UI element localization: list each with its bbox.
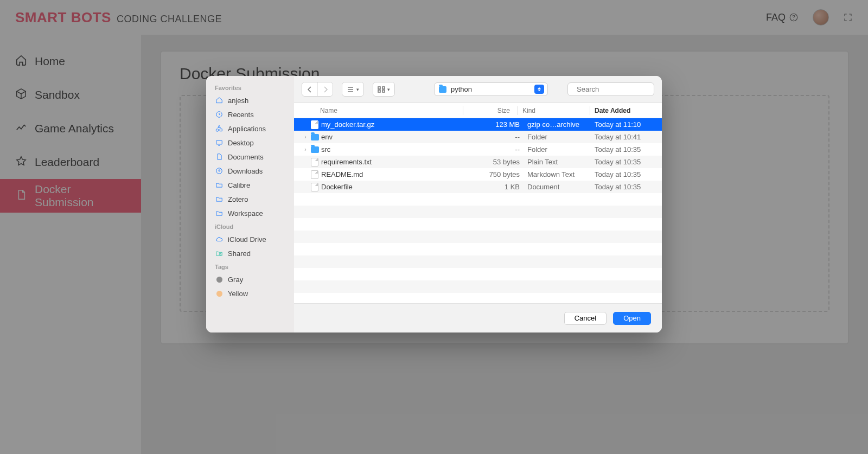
cloud-icon — [215, 235, 224, 244]
file-row-empty — [294, 255, 662, 268]
disclosure-icon: › — [302, 146, 309, 152]
dialog-main: ▾ ▾ python Name — [294, 76, 662, 332]
file-row[interactable]: ›src--FolderToday at 10:35 — [294, 143, 662, 156]
sidebar-item-anjesh[interactable]: anjesh — [206, 93, 294, 107]
sidebar-item-calibre[interactable]: Calibre — [206, 178, 294, 192]
file-name: my_docker.tar.gz — [320, 120, 477, 129]
sidebar-item-label: Gray — [228, 276, 243, 284]
sidebar-section-label: iCloud — [206, 220, 294, 232]
updown-icon — [534, 85, 544, 94]
sidebar-item-icloud-drive[interactable]: iCloud Drive — [206, 232, 294, 246]
svg-rect-6 — [378, 87, 380, 89]
open-button[interactable]: Open — [613, 312, 651, 325]
download-icon — [215, 167, 224, 175]
sidebar-item-desktop[interactable]: Desktop — [206, 136, 294, 150]
col-kind[interactable]: Kind — [522, 107, 590, 114]
sidebar-item-zotero[interactable]: Zotero — [206, 192, 294, 206]
file-kind: Folder — [527, 133, 595, 141]
doc-icon — [215, 152, 224, 161]
file-kind: Folder — [527, 145, 595, 154]
forward-button[interactable] — [317, 82, 333, 96]
view-mode-select[interactable]: ▾ — [342, 82, 364, 97]
file-row[interactable]: README.md750 bytesMarkdown TextToday at … — [294, 168, 662, 181]
col-size[interactable]: Size — [468, 107, 518, 114]
file-row-empty — [294, 280, 662, 293]
search-box[interactable] — [567, 82, 654, 96]
file-size: 123 MB — [477, 120, 527, 129]
sidebar-section-label: Favorites — [206, 81, 294, 93]
file-row-empty — [294, 268, 662, 280]
sidebar-item-downloads[interactable]: Downloads — [206, 164, 294, 178]
column-headers[interactable]: Name Size Kind Date Added — [294, 103, 662, 118]
file-kind: Document — [527, 183, 595, 191]
file-name: Dockerfile — [320, 183, 477, 191]
file-date: Today at 11:10 — [595, 120, 662, 129]
file-row-empty — [294, 193, 662, 206]
document-icon — [311, 183, 318, 191]
file-row-empty — [294, 231, 662, 243]
file-row[interactable]: Dockerfile1 KBDocumentToday at 10:35 — [294, 181, 662, 193]
sidebar-item-gray[interactable]: Gray — [206, 272, 294, 286]
group-select[interactable]: ▾ — [373, 82, 395, 97]
file-row[interactable]: my_docker.tar.gz123 MBgzip co…archiveTod… — [294, 118, 662, 131]
file-list[interactable]: my_docker.tar.gz123 MBgzip co…archiveTod… — [294, 118, 662, 303]
sidebar-item-label: Shared — [228, 250, 251, 258]
sidebar-item-label: anjesh — [228, 97, 248, 105]
col-name[interactable]: Name — [320, 107, 463, 114]
sidebar-item-label: Applications — [228, 125, 266, 133]
sidebar-item-label: iCloud Drive — [228, 235, 266, 244]
svg-rect-9 — [382, 90, 385, 92]
file-date: Today at 10:35 — [595, 145, 662, 154]
sidebar-item-workspace[interactable]: Workspace — [206, 206, 294, 220]
tag-dot-icon — [215, 275, 224, 284]
file-open-dialog: FavoritesanjeshRecentsApplicationsDeskto… — [206, 76, 662, 332]
search-input[interactable] — [576, 85, 662, 94]
file-row[interactable]: requirements.txt53 bytesPlain TextToday … — [294, 156, 662, 168]
file-date: Today at 10:35 — [595, 170, 662, 178]
sidebar-item-label: Calibre — [228, 181, 250, 189]
chevron-down-icon: ▾ — [356, 87, 359, 92]
sidebar-item-shared[interactable]: Shared — [206, 246, 294, 260]
file-row-empty — [294, 218, 662, 231]
file-size: -- — [477, 145, 527, 154]
sidebar-item-label: Desktop — [228, 139, 254, 147]
svg-rect-3 — [216, 140, 222, 144]
file-row[interactable]: ›env--FolderToday at 10:41 — [294, 131, 662, 143]
file-date: Today at 10:35 — [595, 158, 662, 166]
svg-rect-7 — [382, 87, 385, 89]
file-row-empty — [294, 243, 662, 255]
home-icon — [215, 96, 224, 105]
list-view-icon — [347, 86, 354, 93]
back-button[interactable] — [302, 82, 317, 96]
folder-icon — [215, 195, 224, 203]
path-selector[interactable]: python — [434, 82, 548, 96]
file-kind: Plain Text — [527, 158, 595, 166]
sidebar-item-applications[interactable]: Applications — [206, 122, 294, 136]
sidebar-item-yellow[interactable]: Yellow — [206, 286, 294, 300]
col-date[interactable]: Date Added — [595, 107, 662, 114]
file-name: env — [320, 133, 477, 141]
file-size: -- — [477, 133, 527, 141]
sidebar-item-label: Workspace — [228, 209, 263, 218]
sidebar-item-label: Zotero — [228, 195, 248, 203]
document-icon — [311, 158, 318, 167]
file-name: src — [320, 145, 477, 154]
sidebar-item-documents[interactable]: Documents — [206, 150, 294, 164]
chevron-down-icon: ▾ — [387, 87, 390, 92]
dialog-toolbar: ▾ ▾ python — [294, 76, 662, 103]
tag-dot-icon — [215, 289, 224, 298]
sidebar-item-label: Yellow — [228, 290, 248, 298]
folder-icon — [215, 209, 224, 218]
file-name: requirements.txt — [320, 158, 477, 166]
sidebar-item-label: Recents — [228, 111, 254, 119]
folder-icon — [215, 181, 224, 189]
desktop-icon — [215, 138, 224, 147]
folder-icon — [311, 134, 319, 140]
file-name: README.md — [320, 170, 477, 178]
file-kind: Markdown Text — [527, 170, 595, 178]
cancel-button[interactable]: Cancel — [564, 312, 607, 325]
file-row-empty — [294, 206, 662, 218]
sidebar-item-recents[interactable]: Recents — [206, 107, 294, 122]
sidebar-item-label: Documents — [228, 153, 264, 161]
file-date: Today at 10:35 — [595, 183, 662, 191]
